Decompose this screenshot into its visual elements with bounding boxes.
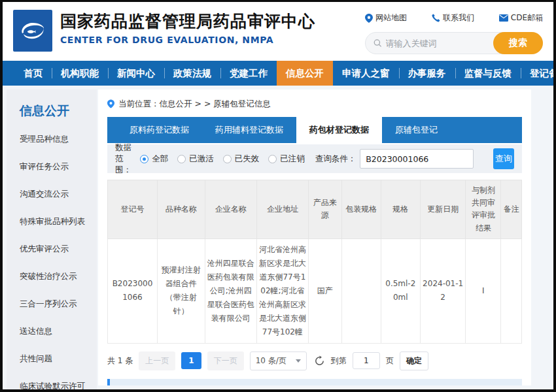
page-body: 信息公开 受理品种信息 审评任务公示 沟通交流公示 特殊审批品种列表 优先审评公…	[3, 86, 553, 389]
nav-item-registration-platform[interactable]: 登记备案平台	[521, 61, 556, 86]
query-button[interactable]: 查询	[493, 148, 514, 169]
cell-registration-no: B20230001066	[108, 238, 158, 343]
sidebar-item-accepted-varieties[interactable]: 受理品种信息	[20, 134, 92, 145]
quick-link-label: CDE邮箱	[511, 12, 543, 24]
sidebar-item-communication[interactable]: 沟通交流公示	[20, 189, 92, 200]
sidebar-item-three-in-one[interactable]: 三合一序列公示	[20, 299, 92, 310]
radio-expired[interactable]: 已失效	[223, 154, 260, 165]
cell-update-date: 2024-01-12	[420, 238, 466, 343]
quick-link-contact[interactable]: 联系我们	[432, 12, 474, 24]
quick-link-label: 联系我们	[443, 12, 474, 24]
site-header: 国家药品监督管理局药品审评中心 CENTER FOR DRUG EVALUATI…	[3, 2, 553, 61]
cell-joint-review-result: I	[466, 238, 501, 343]
search-input[interactable]	[386, 39, 490, 48]
search-icon	[374, 39, 382, 48]
nav-item-supervision[interactable]: 监督与反馈	[455, 61, 521, 86]
sidebar: 信息公开 受理品种信息 审评任务公示 沟通交流公示 特殊审批品种列表 优先审评公…	[7, 90, 97, 389]
sidebar-item-delivery-info[interactable]: 送达信息	[20, 326, 92, 337]
radio-dot-icon	[140, 155, 148, 163]
sidebar-item-review-tasks[interactable]: 审评任务公示	[20, 161, 92, 172]
tab-raw-aux-pack[interactable]: 原辅包登记	[382, 117, 451, 143]
goto-suffix: 页	[386, 355, 394, 367]
col-company-address: 企业地址	[256, 180, 308, 239]
nav-item-home[interactable]: 首页	[14, 61, 52, 86]
radio-dot-icon	[268, 155, 277, 163]
browser-page: 国家药品监督管理局药品审评中心 CENTER FOR DRUG EVALUATI…	[0, 0, 556, 392]
sidebar-title: 信息公开	[20, 103, 92, 120]
page-1-button[interactable]: 1	[181, 352, 201, 369]
chevron-down-icon	[296, 359, 301, 363]
breadcrumb-text: 当前位置：信息公开 > > 原辅包登记信息	[118, 99, 271, 110]
total-count: 共 1 条	[107, 355, 133, 367]
col-packaging-spec: 包装规格	[341, 180, 381, 239]
cell-company-name: 沧州四星联合医药包装有限公司;沧州四星联合医药包装有限公司	[205, 238, 256, 343]
prev-page-button[interactable]: 上一页	[139, 351, 175, 370]
tab-excipient-registration[interactable]: 药用辅料登记数据	[202, 117, 296, 143]
cell-company-address: 河北省沧州高新区求是北大道东侧77号102幢;河北省沧州高新区求是北大道东侧77…	[256, 238, 308, 343]
radio-activated[interactable]: 已激活	[177, 154, 214, 165]
confirm-button[interactable]: 确定	[400, 351, 428, 370]
search-button[interactable]: 搜索	[493, 32, 543, 54]
quick-links: 网站地图 联系我们 CDE邮箱	[365, 12, 543, 24]
col-remarks: 备注	[501, 180, 522, 239]
scope-label: 数据范围：	[115, 142, 137, 176]
radio-label: 已激活	[189, 154, 214, 165]
results-table: 登记号 品种名称 企业名称 企业地址 产品来源 包装规格 规格 更新日期 与制剂…	[107, 180, 522, 344]
mail-icon	[499, 14, 508, 22]
next-page-button[interactable]: 下一页	[207, 351, 244, 370]
quick-link-label: 网站地图	[375, 12, 407, 24]
nav-item-info-disclosure[interactable]: 信息公开	[277, 61, 333, 86]
radio-label: 全部	[152, 154, 168, 165]
nav-item-news[interactable]: 新闻中心	[108, 61, 164, 86]
nav-item-functions[interactable]: 机构职能	[52, 61, 108, 86]
cell-product-source: 国产	[308, 238, 341, 343]
brand-text: 国家药品监督管理局药品审评中心 CENTER FOR DRUG EVALUATI…	[60, 10, 315, 45]
radio-cancelled[interactable]: 已注销	[268, 154, 305, 165]
cde-logo	[13, 10, 52, 52]
main-nav: 首页 机构职能 新闻中心 政策法规 党建工作 信息公开 申请人之窗 办事服务 监…	[3, 61, 553, 86]
cell-remarks	[501, 238, 522, 343]
sidebar-item-clinical-trial-license[interactable]: 临床试验默示许可	[20, 381, 92, 392]
quick-link-sitemap[interactable]: 网站地图	[365, 12, 407, 24]
goto-page-input[interactable]	[353, 352, 380, 369]
goto-label: 到第	[331, 355, 347, 367]
breadcrumb-pin-icon	[107, 99, 114, 108]
cell-variety-name: 预灌封注射器组合件（带注射针）	[157, 238, 205, 343]
sidebar-item-common-issues[interactable]: 共性问题	[20, 353, 92, 365]
radio-label: 已失效	[235, 154, 260, 165]
nav-item-applicant-window[interactable]: 申请人之窗	[333, 61, 399, 86]
tab-api-registration[interactable]: 原料药登记数据	[116, 117, 202, 143]
col-company-name: 企业名称	[205, 180, 256, 239]
nav-item-policy[interactable]: 政策法规	[164, 61, 220, 86]
sidebar-item-breakthrough-therapy[interactable]: 突破性治疗公示	[20, 271, 92, 282]
notes-panel: 说明: 1. 数据范围“全部”，不包含“已注销” 2. “与制剂共同审评审批结果…	[107, 379, 522, 385]
col-joint-review-result: 与制剂共同审评审批结果	[466, 180, 501, 239]
col-product-source: 产品来源	[308, 180, 341, 239]
phone-icon	[432, 14, 440, 22]
nav-item-services[interactable]: 办事服务	[399, 61, 455, 86]
scope-radio-group: 全部 已激活 已失效 已注销	[140, 154, 305, 165]
col-registration-no: 登记号	[108, 180, 158, 239]
query-input[interactable]	[360, 149, 474, 169]
sidebar-item-special-approval[interactable]: 特殊审批品种列表	[20, 216, 92, 227]
quick-link-mail[interactable]: CDE邮箱	[499, 12, 543, 24]
radio-dot-icon	[223, 155, 232, 163]
site-title: 国家药品监督管理局药品审评中心	[60, 11, 315, 33]
cell-spec: 0.5ml-20ml	[381, 238, 420, 343]
nav-item-party[interactable]: 党建工作	[220, 61, 277, 86]
tab-packaging-registration[interactable]: 药包材登记数据	[296, 117, 382, 143]
cde-logo-icon	[18, 18, 47, 44]
page-size-select[interactable]: 10 条/页	[250, 351, 307, 370]
query-label: 查询条件：	[315, 154, 356, 165]
sidebar-item-priority-review[interactable]: 优先审评公示	[20, 244, 92, 255]
radio-all[interactable]: 全部	[140, 154, 168, 165]
pagination: 共 1 条 上一页 1 下一页 10 条/页 到第 页 确定	[107, 351, 522, 370]
col-variety-name: 品种名称	[157, 180, 205, 239]
radio-label: 已注销	[280, 154, 305, 165]
breadcrumb: 当前位置：信息公开 > > 原辅包登记信息	[107, 95, 522, 113]
page-size-value: 10 条/页	[256, 355, 287, 367]
radio-dot-icon	[177, 155, 186, 163]
search-bar: 搜索	[365, 32, 543, 54]
refresh-icon[interactable]	[314, 355, 325, 367]
filter-bar: 数据范围： 全部 已激活 已失效 已注销 查询条件： 查询	[107, 144, 522, 173]
